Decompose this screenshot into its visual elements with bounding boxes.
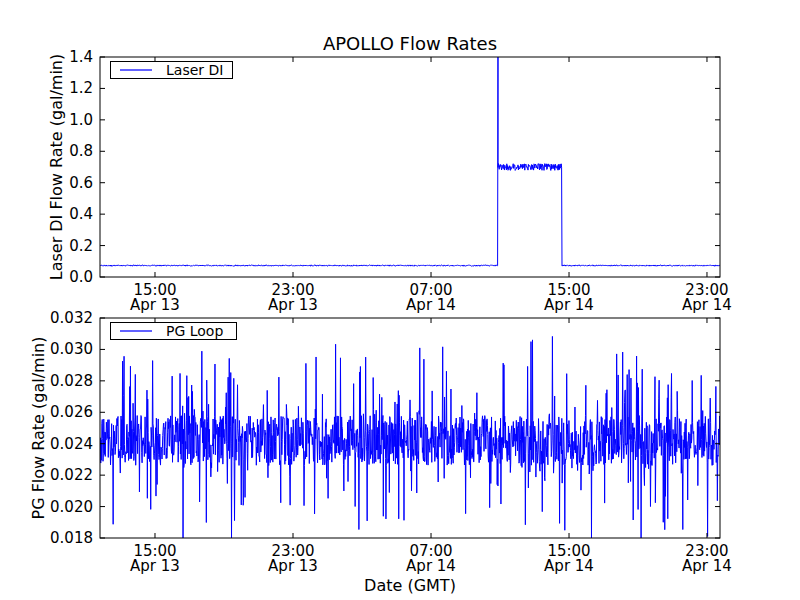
y-axis-label-laser-di: Laser DI Flow Rate (gal/min) [47, 54, 66, 281]
figure: 0.00.20.40.60.81.01.21.415:00Apr 1323:00… [0, 0, 800, 600]
legend-line-swatch-icon [120, 69, 152, 71]
legend-label-pg-loop: PG Loop [166, 323, 223, 339]
svg-text:0.030: 0.030 [50, 340, 93, 358]
svg-text:0.0: 0.0 [69, 268, 93, 286]
svg-text:Apr 14: Apr 14 [406, 296, 456, 314]
svg-text:Apr 13: Apr 13 [130, 296, 180, 314]
legend-laser-di: Laser DI [110, 61, 233, 79]
svg-text:Apr 14: Apr 14 [544, 296, 594, 314]
chart-title: APOLLO Flow Rates [100, 33, 720, 54]
svg-text:0.024: 0.024 [50, 435, 93, 453]
svg-text:1.0: 1.0 [69, 111, 93, 129]
legend-label-laser-di: Laser DI [166, 62, 223, 78]
svg-text:0.018: 0.018 [50, 529, 93, 547]
svg-text:Apr 14: Apr 14 [682, 296, 732, 314]
svg-text:0.032: 0.032 [50, 309, 93, 327]
svg-text:0.028: 0.028 [50, 372, 93, 390]
svg-text:0.6: 0.6 [69, 174, 93, 192]
x-axis-label: Date (GMT) [100, 576, 720, 595]
svg-text:0.020: 0.020 [50, 498, 93, 516]
svg-text:0.4: 0.4 [69, 205, 93, 223]
svg-text:0.022: 0.022 [50, 466, 93, 484]
svg-text:0.2: 0.2 [69, 237, 93, 255]
plot-canvas: 0.00.20.40.60.81.01.21.415:00Apr 1323:00… [0, 0, 800, 600]
svg-text:Apr 13: Apr 13 [268, 296, 318, 314]
svg-text:Apr 14: Apr 14 [544, 557, 594, 575]
svg-text:Apr 14: Apr 14 [406, 557, 456, 575]
svg-text:Apr 14: Apr 14 [682, 557, 732, 575]
svg-text:0.8: 0.8 [69, 142, 93, 160]
svg-text:0.026: 0.026 [50, 403, 93, 421]
legend-line-swatch-icon [120, 330, 152, 332]
svg-text:Apr 13: Apr 13 [130, 557, 180, 575]
svg-text:Apr 13: Apr 13 [268, 557, 318, 575]
svg-text:1.2: 1.2 [69, 79, 93, 97]
svg-text:1.4: 1.4 [69, 48, 93, 66]
legend-pg-loop: PG Loop [110, 322, 237, 340]
y-axis-label-pg: PG Flow Rate (gal/min) [29, 337, 48, 520]
